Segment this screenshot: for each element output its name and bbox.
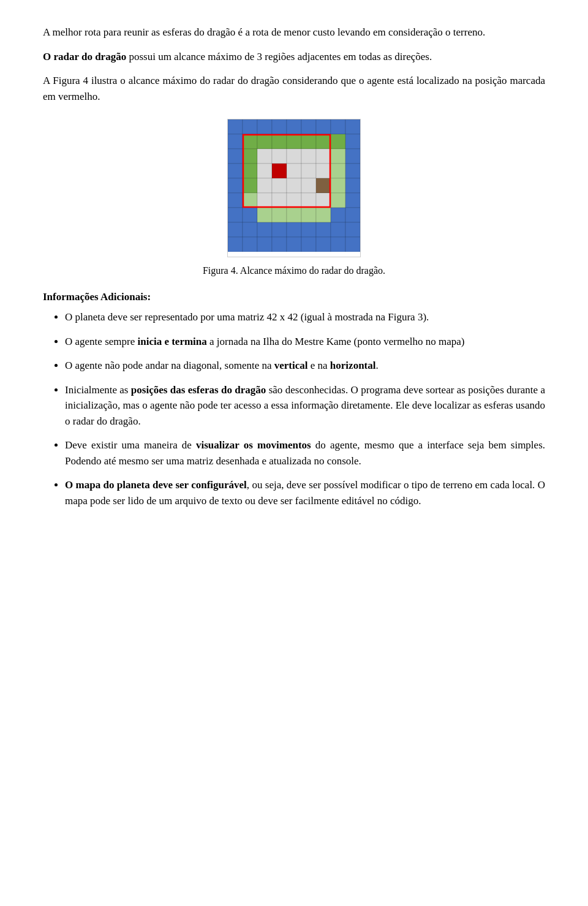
svg-rect-30 (272, 164, 287, 178)
svg-rect-73 (243, 237, 257, 252)
svg-rect-67 (287, 222, 301, 237)
svg-rect-78 (316, 237, 331, 252)
svg-rect-55 (243, 208, 257, 222)
svg-rect-10 (243, 134, 257, 149)
svg-rect-40 (287, 178, 301, 193)
bullet-3: O agente não pode andar na diagonal, som… (65, 358, 545, 374)
bold-posicoes: posições das esferas do dragão (131, 384, 266, 396)
svg-rect-22 (287, 149, 301, 164)
paragraph-2: O radar do dragão possui um alcance máxi… (43, 49, 545, 65)
bold-inicia: inicia e termina (137, 336, 206, 347)
bold-radar: O radar do dragão (43, 51, 126, 62)
svg-rect-7 (331, 119, 345, 134)
svg-rect-36 (228, 178, 243, 193)
bullet-2: O agente sempre inicia e termina a jorna… (65, 334, 545, 350)
svg-rect-79 (331, 237, 345, 252)
svg-rect-2 (257, 119, 272, 134)
bold-horizontal: horizontal (330, 360, 376, 371)
svg-rect-41 (301, 178, 316, 193)
figure-4: Figura 4. Alcance máximo do radar do dra… (43, 119, 545, 278)
svg-rect-6 (316, 119, 331, 134)
svg-rect-24 (316, 149, 331, 164)
svg-rect-33 (316, 164, 331, 178)
svg-rect-11 (257, 134, 272, 149)
bold-vertical: vertical (274, 360, 308, 371)
svg-rect-80 (345, 237, 360, 252)
svg-rect-27 (228, 164, 243, 178)
svg-rect-44 (345, 178, 360, 193)
bullet-4: Inicialmente as posições das esferas do … (65, 382, 545, 429)
svg-rect-45 (228, 193, 243, 208)
grid-figure (227, 119, 361, 257)
svg-rect-37 (243, 178, 257, 193)
svg-rect-71 (345, 222, 360, 237)
svg-rect-47 (257, 193, 272, 208)
svg-rect-52 (331, 193, 345, 208)
svg-rect-51 (316, 193, 331, 208)
svg-rect-38 (257, 178, 272, 193)
svg-rect-14 (301, 134, 316, 149)
bullet-5: Deve existir uma maneira de visualizar o… (65, 437, 545, 469)
svg-rect-75 (272, 237, 287, 252)
svg-rect-54 (228, 208, 243, 222)
svg-rect-69 (316, 222, 331, 237)
svg-rect-60 (316, 208, 331, 222)
svg-rect-61 (331, 208, 345, 222)
bullet-6: O mapa do planeta deve ser configurável,… (65, 477, 545, 508)
svg-rect-62 (345, 208, 360, 222)
svg-rect-49 (287, 193, 301, 208)
svg-rect-21 (272, 149, 287, 164)
svg-rect-17 (345, 134, 360, 149)
svg-rect-28 (243, 164, 257, 178)
svg-rect-74 (257, 237, 272, 252)
bullet-1: O planeta deve ser representado por uma … (65, 309, 545, 325)
svg-rect-66 (272, 222, 287, 237)
svg-rect-64 (243, 222, 257, 237)
svg-rect-39 (272, 178, 287, 193)
figure-caption: Figura 4. Alcance máximo do radar do dra… (203, 263, 385, 278)
svg-rect-57 (272, 208, 287, 222)
svg-rect-18 (228, 149, 243, 164)
svg-rect-42 (316, 178, 331, 193)
svg-rect-9 (228, 134, 243, 149)
svg-rect-48 (272, 193, 287, 208)
svg-rect-70 (331, 222, 345, 237)
svg-rect-68 (301, 222, 316, 237)
svg-rect-19 (243, 149, 257, 164)
svg-rect-15 (316, 134, 331, 149)
svg-rect-32 (301, 164, 316, 178)
svg-rect-31 (287, 164, 301, 178)
svg-rect-20 (257, 149, 272, 164)
svg-rect-16 (331, 134, 345, 149)
svg-rect-26 (345, 149, 360, 164)
svg-rect-23 (301, 149, 316, 164)
svg-rect-13 (287, 134, 301, 149)
paragraph-1: A melhor rota para reunir as esferas do … (43, 25, 545, 40)
svg-rect-77 (301, 237, 316, 252)
svg-rect-5 (301, 119, 316, 134)
svg-rect-34 (331, 164, 345, 178)
svg-rect-0 (228, 119, 243, 134)
svg-rect-56 (257, 208, 272, 222)
svg-rect-3 (272, 119, 287, 134)
bullet-list: O planeta deve ser representado por uma … (43, 309, 545, 508)
svg-rect-63 (228, 222, 243, 237)
svg-rect-35 (345, 164, 360, 178)
svg-rect-50 (301, 193, 316, 208)
svg-rect-12 (272, 134, 287, 149)
svg-rect-65 (257, 222, 272, 237)
svg-rect-76 (287, 237, 301, 252)
svg-rect-43 (331, 178, 345, 193)
svg-rect-25 (331, 149, 345, 164)
svg-rect-72 (228, 237, 243, 252)
svg-rect-59 (301, 208, 316, 222)
svg-rect-29 (257, 164, 272, 178)
paragraph-3: A Figura 4 ilustra o alcance máximo do r… (43, 73, 545, 104)
section-title: Informações Adicionais: (43, 289, 545, 305)
svg-rect-8 (345, 119, 360, 134)
svg-rect-4 (287, 119, 301, 134)
svg-rect-1 (243, 119, 257, 134)
bold-visualizar: visualizar os movimentos (196, 439, 311, 451)
svg-rect-53 (345, 193, 360, 208)
svg-rect-46 (243, 193, 257, 208)
